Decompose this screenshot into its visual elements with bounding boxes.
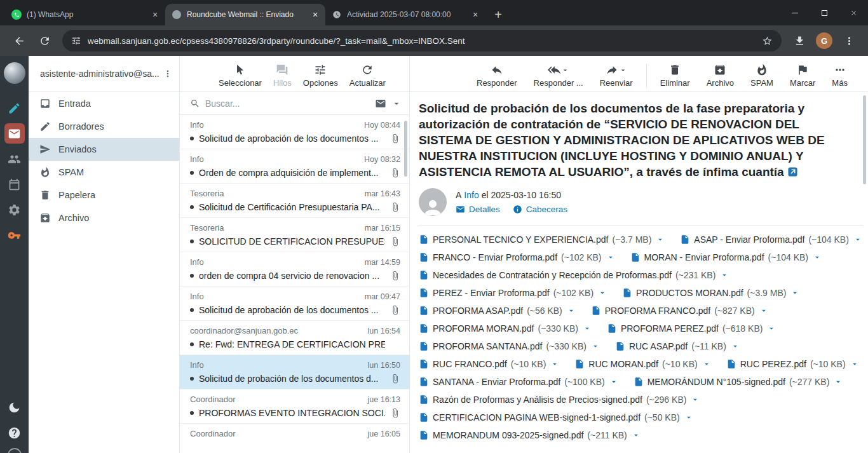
attachment-chip[interactable]: SANTANA - Enviar Proforma.pdf (~100 KB) [419,373,618,391]
bookmark-star-icon[interactable] [762,36,773,46]
attachment-chip[interactable]: Razón de Proformas y Análisis de Precios… [419,391,700,409]
downloads-button[interactable] [789,30,810,51]
message-row[interactable]: Info mar 09:47 Solicitud de aprobación d… [180,287,409,321]
minimize-button[interactable] [780,0,810,25]
attachment-chip[interactable]: PROFORMA FRANCO.pdf (~827 KB) [591,302,768,320]
attachment-chip[interactable]: PRODUCTOS MORAN.pdf (~3.9 MB) [622,284,799,302]
recipient-link[interactable]: Info [464,190,478,200]
maximize-button[interactable] [810,0,839,25]
attachment-dropdown-icon[interactable] [691,395,700,404]
msg-toolbar-mas[interactable]: Más [824,60,856,91]
url-text[interactable]: webmail.sanjuan.gob.ec/cpsess4380978826/… [88,36,756,46]
message-row[interactable]: Tesoreria mar 16:15 SOLICITUD DE CERTIFI… [180,218,409,252]
attachment-dropdown-icon[interactable] [850,360,859,368]
details-link[interactable]: Detalles [456,205,500,214]
attachment-chip[interactable]: MEMORANDUM 093-2025-signed.pdf (~211 KB) [419,426,641,444]
msg-toolbar-eliminar[interactable]: Eliminar [652,60,698,91]
message-row[interactable]: coordinador@sanjuan.gob.ec lun 16:54 Re:… [180,321,409,355]
attachment-chip[interactable]: PEREZ - Enviar Proforma.pdf (~102 KB) [419,284,607,302]
attachment-chip[interactable]: PROFORMA SANTANA.pdf (~330 KB) [419,337,600,355]
attachment-chip[interactable]: RUC ASAP.pdf (~11 KB) [615,337,740,355]
msg-toolbar-spam[interactable]: SPAM [742,60,782,91]
list-toolbar-actualizar[interactable]: Actualizar [344,60,391,91]
attachment-dropdown-icon[interactable] [720,271,729,280]
taskmenu-help-icon[interactable] [4,423,25,443]
attachment-dropdown-icon[interactable] [834,377,843,386]
taskmenu-mail-icon[interactable] [4,123,25,144]
msg-toolbar-reenviar[interactable]: Reenviar [592,60,641,91]
attachment-dropdown-icon[interactable] [598,288,607,297]
browser-menu-button[interactable] [839,30,859,51]
site-settings-icon[interactable] [71,36,81,46]
msg-toolbar-responder[interactable]: Responder ... [526,60,592,91]
attachment-dropdown-icon[interactable] [731,342,740,351]
attachment-dropdown-icon[interactable] [583,324,592,333]
message-row[interactable]: Coordinador jue 16:05 [180,424,409,453]
attachment-chip[interactable]: Necesidades de Contratación y Recepción … [419,266,729,284]
search-scope-mail-icon[interactable] [375,98,386,109]
taskmenu-cpanel-icon[interactable] [4,225,25,245]
attachment-dropdown-icon[interactable] [656,235,665,244]
folder-enviados[interactable]: Enviados [29,138,179,161]
attachment-chip[interactable]: MORAN - Enviar Proforma.pdf (~104 KB) [630,248,822,266]
taskmenu-settings-icon[interactable] [4,199,25,220]
attachment-chip[interactable]: ASAP - Enviar Proforma.pdf (~104 KB) [680,231,862,248]
attachment-dropdown-icon[interactable] [702,360,711,368]
list-toolbar-seleccionar[interactable]: Seleccionar [213,60,268,91]
message-row[interactable]: Info Hoy 08:32 Orden de compra adquisici… [180,149,409,184]
list-toolbar-opciones[interactable]: Opciones [297,60,344,91]
headers-link[interactable]: Cabeceras [513,205,567,214]
message-row[interactable]: Coordinador jue 16:13 PROFORMAS EVENTO I… [180,389,409,424]
tab-roundcube[interactable]: Roundcube Webmail :: Enviado × [165,4,325,25]
attachment-dropdown-icon[interactable] [609,377,618,386]
search-input[interactable] [205,98,370,109]
attachment-chip[interactable]: CERTIFICACION PAGINA WEB-signed-1-signed… [419,409,693,426]
attachment-dropdown-icon[interactable] [591,342,600,351]
attachment-dropdown-icon[interactable] [813,253,822,262]
message-row[interactable]: Info Hoy 08:44 Solicitud de aprobación d… [180,115,409,149]
message-row[interactable]: Tesoreria mar 16:43 Solicitud de Certifi… [180,184,409,218]
profile-avatar[interactable]: G [816,32,832,49]
msg-toolbar-archivo[interactable]: Archivo [698,60,742,91]
attachment-dropdown-icon[interactable] [790,288,799,297]
tab-close-icon[interactable]: × [470,10,480,20]
msg-toolbar-marcar[interactable]: Marcar [782,60,824,91]
list-scrollbar[interactable] [404,121,407,177]
tab-actividad[interactable]: Actividad 2025-03-07 08:00:00 × [325,4,485,25]
message-row[interactable]: Info lun 16:50 Solicitud de probación de… [180,355,409,389]
attachment-dropdown-icon[interactable] [567,306,576,315]
attachment-dropdown-icon[interactable] [550,360,559,368]
taskmenu-compose-icon[interactable] [4,98,25,118]
tab-whatsapp[interactable]: (1) WhatsApp × [5,4,165,25]
folder-spam[interactable]: SPAM [29,161,179,184]
attachment-dropdown-icon[interactable] [606,253,615,262]
tab-close-icon[interactable]: × [150,10,160,20]
attachment-chip[interactable]: PROFORMA PEREZ.pdf (~618 KB) [607,320,776,337]
taskmenu-dark-mode-icon[interactable] [4,397,25,417]
chevron-down-icon[interactable] [561,66,569,74]
attachment-dropdown-icon[interactable] [853,235,862,244]
attachment-dropdown-icon[interactable] [767,324,776,333]
folder-archivo[interactable]: Archivo [29,206,179,229]
attachment-chip[interactable]: MEMORÁNDUM N°105-signed.pdf (~277 KB) [634,373,843,391]
folder-papelera[interactable]: Papelera [29,184,179,206]
attachment-chip[interactable]: RUC PEREZ.pdf (~10 KB) [726,355,859,373]
attachment-chip[interactable]: RUC MORAN.pdf (~10 KB) [574,355,710,373]
attachment-chip[interactable]: PROFORMA ASAP.pdf (~56 KB) [419,302,576,320]
attachment-chip[interactable]: RUC FRANCO.pdf (~10 KB) [419,355,559,373]
account-menu-button[interactable] [160,66,175,81]
chevron-down-icon[interactable] [619,66,627,74]
new-tab-button[interactable]: + [489,6,507,24]
attachment-dropdown-icon[interactable] [632,431,641,440]
taskmenu-calendar-icon[interactable] [4,174,25,194]
reload-button[interactable] [34,30,55,51]
folder-borradores[interactable]: Borradores [29,115,179,138]
external-link-icon[interactable] [788,167,797,177]
close-button[interactable] [839,0,868,25]
message-row[interactable]: Info mar 14:59 orden de compra 04 servic… [180,252,409,287]
attachment-chip[interactable]: PROFORMA MORAN.pdf (~330 KB) [419,320,592,337]
list-toolbar-hilos[interactable]: Hilos [268,60,297,91]
taskmenu-contacts-icon[interactable] [4,149,25,169]
attachment-dropdown-icon[interactable] [684,413,693,422]
attachment-dropdown-icon[interactable] [759,306,768,315]
